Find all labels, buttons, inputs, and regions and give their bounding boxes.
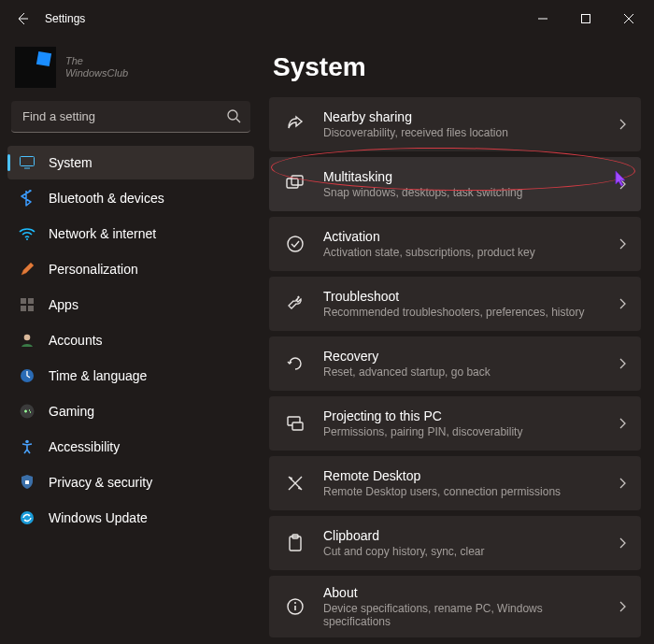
svg-rect-12 xyxy=(25,480,29,484)
svg-point-22 xyxy=(294,602,296,604)
sidebar-item-label: Apps xyxy=(49,297,78,312)
card-about[interactable]: AboutDevice specifications, rename PC, W… xyxy=(269,576,641,637)
svg-point-13 xyxy=(21,511,34,524)
chevron-right-icon xyxy=(617,601,628,612)
sidebar-item-personalization[interactable]: Personalization xyxy=(7,252,254,286)
apps-icon xyxy=(19,296,36,313)
accessibility-icon xyxy=(19,438,36,455)
sidebar-item-privacy[interactable]: Privacy & security xyxy=(7,465,254,499)
card-nearby-sharing[interactable]: Nearby sharingDiscoverability, received … xyxy=(269,97,641,151)
maximize-button[interactable] xyxy=(564,4,607,34)
card-subtitle: Permissions, pairing PIN, discoverabilit… xyxy=(323,425,600,438)
chevron-right-icon xyxy=(617,119,628,130)
card-title: Troubleshoot xyxy=(323,289,600,304)
display-icon xyxy=(19,154,36,171)
nav: System Bluetooth & devices Network & int… xyxy=(7,146,254,535)
sidebar-item-windows-update[interactable]: Windows Update xyxy=(7,501,254,535)
bluetooth-icon xyxy=(19,190,36,207)
sidebar-item-accounts[interactable]: Accounts xyxy=(7,323,254,357)
svg-point-8 xyxy=(24,335,31,341)
card-troubleshoot[interactable]: TroubleshootRecommended troubleshooters,… xyxy=(269,277,641,331)
chevron-right-icon xyxy=(617,179,628,190)
main-content: System Nearby sharingDiscoverability, re… xyxy=(262,37,654,644)
multitasking-icon xyxy=(284,173,306,195)
card-activation[interactable]: ActivationActivation state, subscription… xyxy=(269,217,641,271)
sidebar-item-system[interactable]: System xyxy=(7,146,254,179)
sidebar-item-network[interactable]: Network & internet xyxy=(7,217,254,250)
clock-globe-icon xyxy=(19,367,36,384)
sidebar-item-label: Privacy & security xyxy=(49,475,152,490)
check-circle-icon xyxy=(284,233,306,255)
card-subtitle: Reset, advanced startup, go back xyxy=(323,365,600,379)
sidebar-item-apps[interactable]: Apps xyxy=(7,288,254,322)
sidebar-item-label: Gaming xyxy=(49,404,94,419)
sidebar-item-label: Accounts xyxy=(49,333,103,348)
update-icon xyxy=(19,509,36,526)
svg-rect-2 xyxy=(21,157,35,166)
share-icon xyxy=(284,113,306,136)
sidebar-item-accessibility[interactable]: Accessibility xyxy=(7,430,254,464)
person-icon xyxy=(19,332,36,349)
chevron-right-icon xyxy=(617,537,628,549)
card-title: About xyxy=(323,585,600,600)
card-multitasking[interactable]: MultitaskingSnap windows, desktops, task… xyxy=(269,157,641,211)
remote-desktop-icon xyxy=(284,472,306,494)
svg-rect-5 xyxy=(28,298,34,304)
sidebar-item-time-language[interactable]: Time & language xyxy=(7,359,254,393)
card-title: Clipboard xyxy=(323,528,600,543)
projecting-icon xyxy=(284,412,306,435)
svg-point-3 xyxy=(26,238,28,240)
sidebar: The WindowsClub System Bluetooth & devic… xyxy=(0,37,262,644)
sidebar-item-gaming[interactable]: Gaming xyxy=(7,394,254,428)
watermark-line2: WindowsClub xyxy=(65,67,128,79)
arrow-left-icon xyxy=(15,11,30,26)
svg-rect-6 xyxy=(21,306,26,311)
close-button[interactable] xyxy=(607,4,650,34)
sidebar-item-label: Network & internet xyxy=(49,226,156,241)
chevron-right-icon xyxy=(617,358,628,369)
card-title: Projecting to this PC xyxy=(323,408,600,423)
card-subtitle: Activation state, subscriptions, product… xyxy=(323,246,600,259)
card-subtitle: Recommended troubleshooters, preferences… xyxy=(323,306,600,319)
chevron-right-icon xyxy=(617,238,628,250)
card-title: Multitasking xyxy=(323,169,600,184)
svg-rect-18 xyxy=(292,422,303,430)
card-clipboard[interactable]: ClipboardCut and copy history, sync, cle… xyxy=(269,516,641,570)
watermark-line1: The xyxy=(65,55,128,67)
card-title: Remote Desktop xyxy=(323,468,600,483)
sidebar-item-label: Personalization xyxy=(49,262,138,277)
chevron-right-icon xyxy=(617,298,628,309)
svg-rect-14 xyxy=(287,179,298,188)
shield-icon xyxy=(19,474,36,491)
search-icon xyxy=(226,108,241,123)
minimize-icon xyxy=(538,14,547,23)
page-title: System xyxy=(273,52,641,82)
sidebar-item-label: Bluetooth & devices xyxy=(49,191,164,206)
watermark-text: The WindowsClub xyxy=(65,55,128,79)
card-remote-desktop[interactable]: Remote DesktopRemote Desktop users, conn… xyxy=(269,456,641,510)
account-tile[interactable]: The WindowsClub xyxy=(7,41,254,93)
svg-rect-7 xyxy=(28,306,34,311)
back-button[interactable] xyxy=(4,0,41,37)
card-title: Recovery xyxy=(323,349,600,364)
card-title: Nearby sharing xyxy=(323,109,600,124)
wifi-icon xyxy=(19,225,36,242)
card-projecting[interactable]: Projecting to this PCPermissions, pairin… xyxy=(269,396,641,451)
watermark-icon xyxy=(36,51,51,66)
maximize-icon xyxy=(581,14,590,23)
paintbrush-icon xyxy=(19,261,36,278)
search-input[interactable] xyxy=(11,101,250,133)
minimize-button[interactable] xyxy=(521,4,564,34)
sidebar-item-bluetooth[interactable]: Bluetooth & devices xyxy=(7,181,254,215)
svg-rect-4 xyxy=(21,298,26,304)
card-recovery[interactable]: RecoveryReset, advanced startup, go back xyxy=(269,336,641,391)
window-title: Settings xyxy=(45,12,85,25)
window-controls xyxy=(521,4,650,34)
svg-rect-15 xyxy=(291,176,303,185)
settings-card-list: Nearby sharingDiscoverability, received … xyxy=(269,97,641,637)
avatar xyxy=(15,47,56,88)
chevron-right-icon xyxy=(617,418,628,429)
svg-point-1 xyxy=(228,110,237,120)
sidebar-item-label: Accessibility xyxy=(49,439,120,454)
svg-point-16 xyxy=(288,236,303,251)
